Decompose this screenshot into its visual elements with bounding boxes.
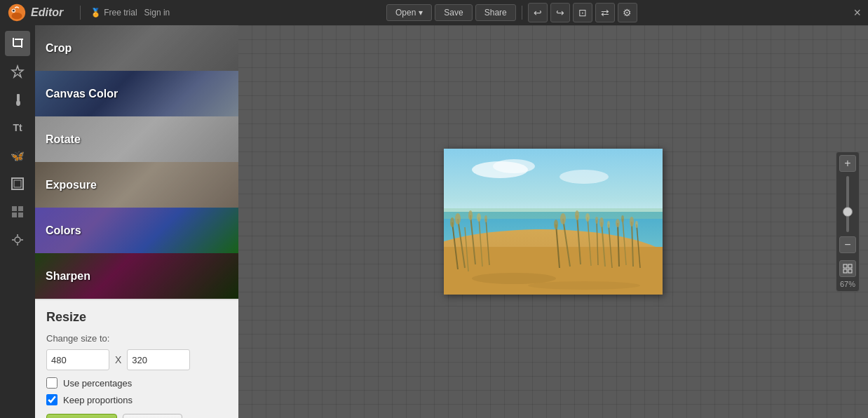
- svg-point-40: [484, 215, 487, 222]
- colors-thumbnail: [35, 208, 238, 253]
- menu-item-rotate[interactable]: Rotate: [35, 116, 238, 162]
- free-trial-button[interactable]: 🏅 Free trial: [90, 8, 137, 18]
- text-icon: Tt: [13, 122, 22, 133]
- svg-rect-16: [18, 213, 23, 217]
- svg-point-56: [595, 217, 598, 224]
- menu-item-colors[interactable]: Colors: [35, 208, 238, 253]
- enhance-icon: [11, 65, 25, 79]
- editor-title: Editor: [31, 6, 63, 19]
- zoom-out-button[interactable]: −: [839, 236, 856, 253]
- flip-button[interactable]: ⇄: [595, 3, 615, 22]
- fit-screen-icon: [843, 264, 853, 274]
- texture-icon: [11, 205, 25, 219]
- canvas-color-thumbnail: [35, 71, 238, 116]
- svg-point-61: [630, 217, 634, 227]
- zoom-controls: + − 67%: [836, 151, 860, 292]
- svg-point-63: [472, 273, 556, 284]
- svg-point-60: [621, 215, 624, 222]
- enhance-tool-button[interactable]: [5, 59, 30, 84]
- resize-panel: Resize Change size to: X Use percentages…: [35, 299, 238, 418]
- effects-tool-button[interactable]: [5, 227, 30, 252]
- svg-point-36: [455, 213, 461, 224]
- zoom-slider-thumb[interactable]: [843, 207, 853, 217]
- close-button[interactable]: ×: [853, 6, 861, 20]
- texture-tool-button[interactable]: [5, 199, 30, 224]
- chevron-down-icon: ▾: [419, 8, 423, 18]
- frames-tool-button[interactable]: [5, 171, 30, 196]
- crop-thumbnail: [35, 25, 238, 71]
- image-size-button[interactable]: ⊡: [573, 3, 592, 22]
- brush-icon: [11, 93, 25, 107]
- svg-rect-66: [848, 264, 852, 268]
- size-separator: X: [115, 354, 121, 365]
- zoom-slider-track: [846, 176, 849, 232]
- svg-point-53: [575, 210, 579, 220]
- zoom-percent-label: 67%: [840, 280, 855, 288]
- redo-button[interactable]: ↪: [550, 3, 570, 22]
- share-button[interactable]: Share: [475, 4, 516, 21]
- zoom-in-button[interactable]: +: [839, 155, 856, 172]
- undo-button[interactable]: ↩: [528, 3, 548, 22]
- svg-point-38: [477, 213, 481, 222]
- use-percentages-checkbox[interactable]: [46, 377, 57, 389]
- svg-rect-65: [843, 264, 847, 268]
- svg-marker-8: [12, 66, 23, 77]
- logo-area: Editor: [7, 3, 63, 22]
- rotate-thumbnail: [35, 116, 238, 162]
- size-inputs: X: [46, 349, 227, 370]
- use-percentages-row: Use percentages: [46, 377, 227, 389]
- panel-scroll[interactable]: Crop Canvas Color Rotate Exposure Colors: [35, 25, 238, 418]
- toolbar-center: Open ▾ Save Share ↩ ↪ ⊡ ⇄ ⚙: [177, 3, 846, 22]
- svg-point-58: [607, 221, 610, 228]
- svg-rect-13: [12, 206, 17, 211]
- resize-title: Resize: [46, 310, 227, 325]
- main-area: Tt 🦋: [0, 25, 868, 418]
- panel-sidebar: Crop Canvas Color Rotate Exposure Colors: [35, 25, 238, 418]
- svg-point-62: [635, 221, 638, 228]
- effects-icon: [11, 233, 25, 247]
- keep-proportions-row: Keep proportions: [46, 394, 227, 405]
- top-bar: Editor 🏅 Free trial Sign in Open ▾ Save …: [0, 0, 868, 25]
- crop-tool-button[interactable]: [5, 31, 30, 56]
- divider-1: [80, 6, 81, 20]
- apply-button[interactable]: Apply: [46, 414, 117, 418]
- sign-in-button[interactable]: Sign in: [144, 8, 170, 18]
- width-input[interactable]: [46, 349, 109, 370]
- butterfly-icon: 🦋: [11, 149, 25, 163]
- zoom-fit-button[interactable]: [839, 260, 856, 277]
- svg-point-10: [16, 100, 20, 106]
- svg-point-37: [468, 210, 473, 220]
- logo-icon: [7, 3, 27, 22]
- open-button[interactable]: Open ▾: [386, 4, 432, 21]
- svg-point-25: [560, 170, 609, 184]
- medal-icon: 🏅: [90, 8, 101, 18]
- stickers-tool-button[interactable]: 🦋: [5, 143, 30, 168]
- cancel-button[interactable]: Cancel: [123, 414, 183, 418]
- svg-point-3: [13, 10, 15, 12]
- settings-button[interactable]: ⚙: [618, 3, 637, 22]
- svg-point-39: [450, 217, 454, 227]
- action-buttons: Apply Cancel: [46, 414, 227, 418]
- menu-item-exposure[interactable]: Exposure: [35, 162, 238, 208]
- menu-item-sharpen[interactable]: Sharpen: [35, 253, 238, 299]
- height-input[interactable]: [127, 349, 190, 370]
- svg-point-17: [15, 237, 20, 243]
- change-size-label: Change size to:: [46, 333, 227, 344]
- svg-rect-9: [17, 94, 20, 101]
- brush-tool-button[interactable]: [5, 87, 30, 112]
- svg-rect-14: [18, 206, 23, 211]
- divider-2: [522, 6, 522, 20]
- save-button[interactable]: Save: [435, 4, 472, 21]
- menu-item-crop[interactable]: Crop: [35, 25, 238, 71]
- svg-rect-27: [444, 208, 663, 219]
- keep-proportions-checkbox[interactable]: [46, 394, 57, 405]
- svg-rect-11: [12, 178, 23, 189]
- main-image: [444, 149, 663, 295]
- svg-rect-67: [843, 269, 847, 273]
- menu-item-canvas-color[interactable]: Canvas Color: [35, 71, 238, 116]
- beach-scene-svg: [444, 149, 663, 295]
- canvas-area: + − 67%: [238, 25, 868, 418]
- svg-rect-15: [12, 213, 17, 217]
- text-tool-button[interactable]: Tt: [5, 115, 30, 140]
- svg-point-54: [585, 213, 590, 222]
